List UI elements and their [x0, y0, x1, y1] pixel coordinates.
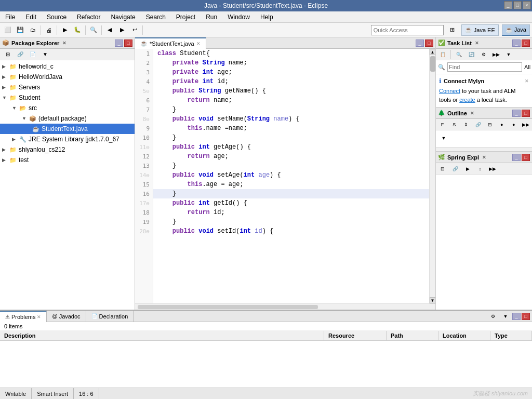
editor-close-button[interactable]: □	[425, 39, 433, 47]
outline-collapse[interactable]: ⊟	[485, 119, 496, 130]
perspective-java-ee[interactable]: ☕ Java EE	[461, 24, 499, 36]
menu-search[interactable]: Search	[143, 13, 169, 21]
tab-problems[interactable]: ⚠ Problems ✕	[0, 311, 47, 322]
forward-button[interactable]: ▶	[116, 24, 128, 36]
connect-link[interactable]: Connect	[439, 88, 460, 94]
menu-edit[interactable]: Edit	[22, 13, 39, 21]
create-link[interactable]: create	[459, 97, 475, 103]
task-new-button[interactable]: 📋	[437, 49, 448, 60]
panel-minimize-button[interactable]: _	[115, 39, 123, 47]
menu-file[interactable]: File	[2, 13, 18, 21]
editor-minimize-button[interactable]: _	[416, 39, 424, 47]
link-editor-button[interactable]: 🔗	[15, 49, 26, 60]
spring-close-button[interactable]: □	[522, 154, 530, 161]
tree-item-studenttext[interactable]: ☕ StudentText.java	[0, 124, 135, 134]
spring-close-icon[interactable]: ✕	[482, 155, 486, 160]
prev-edit-button[interactable]: ↩	[129, 24, 140, 36]
outline-link[interactable]: 🔗	[473, 119, 484, 130]
tab-javadoc[interactable]: @ Javadoc	[47, 311, 86, 322]
back-button[interactable]: ◀	[104, 24, 115, 36]
outline-dot1[interactable]: ●	[496, 119, 507, 130]
menu-refactor[interactable]: Refactor	[74, 13, 103, 21]
tree-item-helloworldjava[interactable]: ▶ 📁 HelloWorldJava	[0, 72, 135, 82]
scroll-up-button[interactable]: ▲	[430, 49, 436, 55]
package-explorer-close-icon[interactable]: ✕	[62, 41, 66, 46]
outline-close-button[interactable]: □	[522, 110, 530, 117]
task-dropdown-button[interactable]: ▼	[503, 49, 514, 60]
task-settings-button[interactable]: ⚙	[478, 49, 489, 60]
tree-item-jre[interactable]: ▶ 🔧 JRE System Library [jdk1.7.0_67	[0, 134, 135, 144]
menu-navigate[interactable]: Navigate	[108, 13, 138, 21]
spring-btn3[interactable]: ▶	[462, 163, 473, 175]
tree-item-servers[interactable]: ▶ 📁 Servers	[0, 82, 135, 92]
code-editor[interactable]: class Student{ private String name; priv…	[153, 49, 429, 303]
task-list-close-icon[interactable]: ✕	[475, 41, 479, 46]
print-button[interactable]: 🖨	[43, 24, 55, 36]
menu-project[interactable]: Project	[173, 13, 198, 21]
pe-new-button[interactable]: 📄	[27, 49, 38, 60]
spring-min-button[interactable]: _	[512, 154, 521, 161]
bottom-close-button[interactable]: □	[522, 313, 530, 320]
outline-hide-statics[interactable]: S	[449, 119, 460, 130]
pe-menu-button[interactable]: ▼	[39, 49, 51, 60]
outline-dot2[interactable]: ●	[508, 119, 519, 130]
menu-help[interactable]: Help	[257, 13, 276, 21]
perspectives-menu-button[interactable]: ⊞	[447, 24, 458, 36]
menu-run[interactable]: Run	[203, 13, 220, 21]
editor-tab-studenttext[interactable]: ☕ *StudentText.java ✕	[135, 37, 206, 49]
panel-close-button[interactable]: □	[124, 39, 132, 47]
editor-scrollbar[interactable]: ▲ ▼	[429, 49, 435, 303]
bottom-panel-menu[interactable]: ⚙	[487, 311, 499, 322]
tree-item-src[interactable]: ▼ 📂 src	[0, 103, 135, 113]
search-button[interactable]: 🔍	[88, 24, 99, 36]
spring-btn2[interactable]: 🔗	[449, 163, 461, 175]
status-cursor-pos: 16 : 6	[74, 388, 99, 399]
debug-button[interactable]: 🐛	[72, 24, 83, 36]
task-close-button[interactable]: □	[522, 39, 530, 47]
editor-hscroll-thumb[interactable]	[138, 305, 318, 309]
collapse-all-button[interactable]: ⊟	[2, 49, 14, 60]
task-find-input[interactable]	[447, 62, 522, 72]
tree-item-student[interactable]: ▼ 📁 Student	[0, 92, 135, 103]
menu-window[interactable]: Window	[224, 13, 253, 21]
spring-btn4[interactable]: ↕	[474, 163, 486, 175]
tree-item-shiyanlou[interactable]: ▶ 📁 shiyanlou_cs212	[0, 144, 135, 155]
save-all-button[interactable]: 🗂	[27, 24, 38, 36]
bottom-panel-dropdown[interactable]: ▼	[500, 311, 511, 322]
minimize-button[interactable]: _	[504, 1, 512, 9]
task-list-icon: ✅	[438, 39, 445, 46]
save-button[interactable]: 💾	[15, 24, 26, 36]
scroll-thumb[interactable]	[430, 56, 435, 72]
spring-btn5[interactable]: ▶▶	[487, 163, 498, 175]
editor-horizontal-scrollbar[interactable]	[135, 303, 435, 310]
editor-tab-close[interactable]: ✕	[196, 41, 201, 46]
menu-source[interactable]: Source	[44, 13, 70, 21]
run-last-button[interactable]: ▶	[59, 24, 71, 36]
task-sync-button[interactable]: 🔄	[466, 49, 477, 60]
quick-access-input[interactable]	[371, 25, 444, 35]
scroll-down-button[interactable]: ▼	[430, 297, 436, 303]
bottom-min-button[interactable]: _	[512, 313, 521, 320]
tree-item-default-package[interactable]: ▼ 📦 (default package)	[0, 113, 135, 124]
restore-button[interactable]: □	[513, 1, 522, 9]
task-filter-button[interactable]: 🔍	[453, 49, 464, 60]
connect-mylyn-close[interactable]: ✕	[525, 78, 529, 84]
perspective-java[interactable]: ☕ Java	[502, 24, 530, 36]
outline-close-icon[interactable]: ✕	[470, 111, 474, 116]
tree-item-test[interactable]: ▶ 📁 test	[0, 155, 135, 165]
spring-btn1[interactable]: ⊟	[437, 163, 448, 175]
new-button[interactable]: ⬜	[2, 24, 14, 36]
outline-hide-fields[interactable]: F	[437, 119, 448, 130]
task-more-button[interactable]: ▶▶	[490, 49, 502, 60]
outline-min-button[interactable]: _	[512, 110, 521, 117]
tree-item-helloworld-c[interactable]: ▶ 📁 helloworld_c	[0, 61, 135, 72]
outline-dropdown[interactable]: ▼	[438, 132, 449, 144]
close-button[interactable]: ×	[523, 1, 531, 9]
outline-more[interactable]: ▶▶	[520, 119, 531, 130]
problems-tab-close[interactable]: ✕	[37, 314, 41, 320]
tab-declaration[interactable]: 📄 Declaration	[86, 311, 134, 322]
task-filter-all[interactable]: All	[524, 64, 530, 70]
outline-sort[interactable]: ⇕	[461, 119, 472, 130]
task-min-button[interactable]: _	[512, 39, 521, 47]
outline-scrollbar[interactable]	[436, 147, 532, 151]
